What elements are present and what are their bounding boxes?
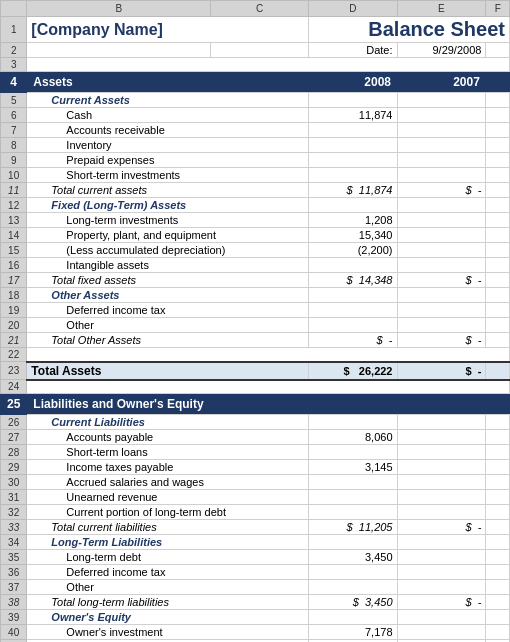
row-8: 8 Inventory bbox=[1, 138, 510, 153]
ar-2008 bbox=[309, 123, 397, 138]
row-27: 27 Accounts payable 8,060 bbox=[1, 430, 510, 445]
row24-empty bbox=[27, 380, 510, 394]
row-num-40: 40 bbox=[1, 625, 27, 640]
row-num-30: 30 bbox=[1, 475, 27, 490]
row22-empty bbox=[27, 348, 510, 362]
row39-d bbox=[309, 610, 397, 625]
deferred-label: Deferred income tax bbox=[31, 304, 165, 316]
row-num-24: 24 bbox=[1, 380, 27, 394]
row18-d bbox=[309, 288, 397, 303]
row15-f bbox=[486, 243, 510, 258]
row20-f bbox=[486, 318, 510, 333]
ppe-2008: 15,340 bbox=[309, 228, 397, 243]
stl-2007 bbox=[397, 445, 486, 460]
row23-f bbox=[486, 362, 510, 380]
row-14: 14 Property, plant, and equipment 15,340 bbox=[1, 228, 510, 243]
row-num-38: 38 bbox=[1, 595, 27, 610]
total-other-label-cell: Total Other Assets bbox=[27, 333, 309, 348]
inventory-label: Inventory bbox=[31, 139, 111, 151]
total-lt-liab-label-cell: Total long-term liabilities bbox=[27, 595, 309, 610]
total-lt-liab-2007-dollar: $ bbox=[465, 596, 471, 608]
prepaid-label-cell: Prepaid expenses bbox=[27, 153, 309, 168]
row3-empty bbox=[27, 58, 510, 72]
row-22: 22 bbox=[1, 348, 510, 362]
row2-c bbox=[211, 43, 309, 58]
row-num-6: 6 bbox=[1, 108, 27, 123]
total-fixed-2007: - bbox=[478, 274, 482, 286]
row-21: 21 Total Other Assets $ - $ - bbox=[1, 333, 510, 348]
row-num-9: 9 bbox=[1, 153, 27, 168]
income-tax-label-cell: Income taxes payable bbox=[27, 460, 309, 475]
inventory-2008 bbox=[309, 138, 397, 153]
row-9: 9 Prepaid expenses bbox=[1, 153, 510, 168]
row6-f bbox=[486, 108, 510, 123]
less-accum-label: (Less accumulated depreciation) bbox=[31, 244, 225, 256]
current-portion-2008 bbox=[309, 505, 397, 520]
row4-f bbox=[486, 72, 510, 93]
row-11: 11 Total current assets $ 11,874 $ - bbox=[1, 183, 510, 198]
total-curr-liab-2007-cell: $ - bbox=[397, 520, 486, 535]
row27-f bbox=[486, 430, 510, 445]
row-num-19: 19 bbox=[1, 303, 27, 318]
owners-inv-label-cell: Owner's investment bbox=[27, 625, 309, 640]
row-num-36: 36 bbox=[1, 565, 27, 580]
row-39: 39 Owner's Equity bbox=[1, 610, 510, 625]
total-other-dollar: $ bbox=[377, 334, 383, 346]
row-num-25: 25 bbox=[1, 394, 27, 415]
row-num-37: 37 bbox=[1, 580, 27, 595]
ap-label-cell: Accounts payable bbox=[27, 430, 309, 445]
total-current-2007: - bbox=[478, 184, 482, 196]
total-fixed-2007-dollar: $ bbox=[465, 274, 471, 286]
sti-2007 bbox=[397, 168, 486, 183]
total-assets-label: Total Assets bbox=[31, 364, 101, 378]
row-num-5: 5 bbox=[1, 93, 27, 108]
total-fixed-label-cell: Total fixed assets bbox=[27, 273, 309, 288]
other-label-cell: Other bbox=[27, 318, 309, 333]
sti-label-cell: Short-term investments bbox=[27, 168, 309, 183]
row-num-16: 16 bbox=[1, 258, 27, 273]
row34-f bbox=[486, 535, 510, 550]
inventory-2007 bbox=[397, 138, 486, 153]
row-32: 32 Current portion of long-term debt bbox=[1, 505, 510, 520]
other-liab-2008 bbox=[309, 580, 397, 595]
row-num-28: 28 bbox=[1, 445, 27, 460]
total-curr-liab-label: Total current liabilities bbox=[31, 521, 156, 533]
current-portion-label: Current portion of long-term debt bbox=[31, 506, 226, 518]
row-num-8: 8 bbox=[1, 138, 27, 153]
row-num-7: 7 bbox=[1, 123, 27, 138]
lt-inv-label-cell: Long-term investments bbox=[27, 213, 309, 228]
intangible-label-cell: Intangible assets bbox=[27, 258, 309, 273]
row21-f bbox=[486, 333, 510, 348]
total-lt-liab-label: Total long-term liabilities bbox=[31, 596, 169, 608]
row-num-26: 26 bbox=[1, 415, 27, 430]
row18-f bbox=[486, 288, 510, 303]
ppe-2007 bbox=[397, 228, 486, 243]
row26-d bbox=[309, 415, 397, 430]
row-num-23: 23 bbox=[1, 362, 27, 380]
total-assets-2007-dollar: $ bbox=[465, 365, 471, 377]
row-35: 35 Long-term debt 3,450 bbox=[1, 550, 510, 565]
row-19: 19 Deferred income tax bbox=[1, 303, 510, 318]
balance-sheet-title: Balance Sheet bbox=[313, 18, 505, 41]
owners-inv-2007 bbox=[397, 625, 486, 640]
deferred-label-cell: Deferred income tax bbox=[27, 303, 309, 318]
total-other-2007-dollar: $ bbox=[465, 334, 471, 346]
other-label: Other bbox=[31, 319, 94, 331]
total-lt-liab-2008-cell: $ 3,450 bbox=[309, 595, 397, 610]
row-num-35: 35 bbox=[1, 550, 27, 565]
fixed-assets-label-cell: Fixed (Long-Term) Assets bbox=[27, 198, 309, 213]
row-num-1: 1 bbox=[1, 17, 27, 43]
total-fixed-label: Total fixed assets bbox=[31, 274, 136, 286]
row7-f bbox=[486, 123, 510, 138]
row-num-17: 17 bbox=[1, 273, 27, 288]
row-2: 2 Date: 9/29/2008 bbox=[1, 43, 510, 58]
less-accum-label-cell: (Less accumulated depreciation) bbox=[27, 243, 309, 258]
deferred-liab-label-cell: Deferred income tax bbox=[27, 565, 309, 580]
current-assets-label: Current Assets bbox=[31, 94, 129, 106]
total-assets-2007-cell: $ - bbox=[397, 362, 486, 380]
income-tax-2007 bbox=[397, 460, 486, 475]
row-20: 20 Other bbox=[1, 318, 510, 333]
row-3: 3 bbox=[1, 58, 510, 72]
liabilities-label-cell: Liabilities and Owner's Equity bbox=[27, 394, 486, 415]
row-7: 7 Accounts receivable bbox=[1, 123, 510, 138]
